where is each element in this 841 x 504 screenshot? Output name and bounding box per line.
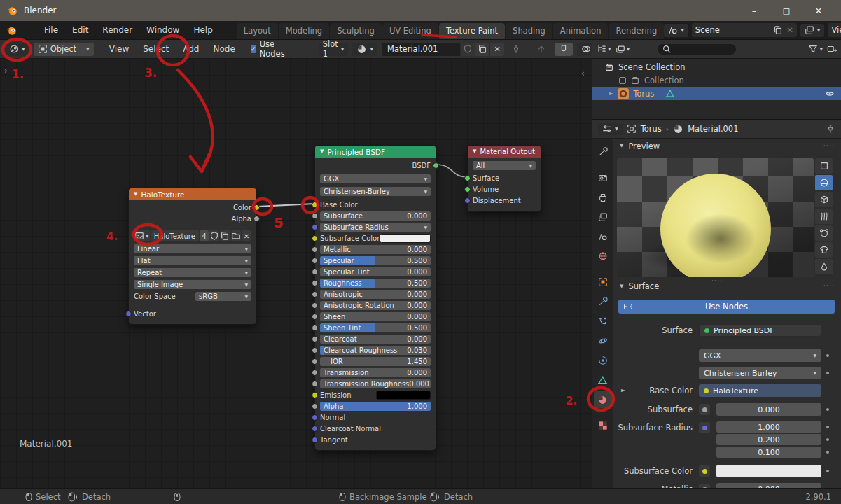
properties-tab-constraints[interactable] (594, 352, 612, 369)
input-socket-displacement[interactable] (464, 197, 471, 204)
view-layer-name-field[interactable]: View Layer ✕ (828, 23, 841, 37)
view-layer-selector-button[interactable]: ▼ (800, 24, 825, 37)
principled-ior-field[interactable]: IOR1.450 (320, 357, 431, 366)
properties-tab-particles[interactable] (594, 313, 612, 330)
collapse-triangle-icon[interactable]: ▼ (620, 144, 623, 148)
input-socket-subsurface[interactable] (312, 213, 318, 219)
properties-tab-physics[interactable] (594, 332, 612, 349)
workspace-tab-texture-paint[interactable]: Texture Paint (439, 23, 505, 39)
pin-icon[interactable] (826, 124, 835, 134)
principled-subsurface-field[interactable]: Subsurface0.000 (320, 211, 431, 220)
input-socket-clearcoat-roughness[interactable] (312, 347, 318, 354)
outliner-filter-button[interactable]: ▼ (808, 44, 823, 54)
new-image-icon[interactable] (220, 230, 230, 241)
principled-subsurface-color-swatch[interactable] (380, 234, 431, 243)
snap-button[interactable] (555, 43, 573, 56)
maximize-button[interactable]: ◻ (770, 0, 802, 21)
new-scene-icon[interactable] (773, 25, 783, 35)
fake-user-shield-icon[interactable] (460, 43, 475, 56)
input-socket-vector[interactable] (125, 311, 132, 317)
subsurface-socket-button[interactable] (699, 404, 710, 415)
unlink-material-icon[interactable]: ✕ (489, 43, 504, 56)
visibility-eye-icon[interactable] (825, 89, 835, 99)
menu-file[interactable]: File (37, 25, 65, 35)
outliner-item-collection[interactable]: Collection (592, 74, 841, 87)
animate-dot[interactable] (826, 451, 829, 454)
outliner-search-input[interactable] (658, 44, 736, 55)
subsurface-method-dropdown[interactable]: Christensen-Burley▼ (320, 187, 431, 196)
properties-tab-texture[interactable] (594, 417, 612, 434)
outliner-filter-type-button[interactable]: ▼ (616, 44, 630, 54)
principled-alpha-slider[interactable]: Alpha1.000 (320, 402, 431, 411)
input-socket-subsurface-radius[interactable] (312, 224, 318, 230)
halotexture-flat-dropdown[interactable]: Flat▼ (134, 256, 251, 265)
node-canvas[interactable]: › ‹ Material.001 (0, 59, 592, 488)
workspace-tab-layout[interactable]: Layout (237, 23, 278, 39)
properties-tab-view-layer[interactable] (594, 209, 612, 225)
preview-type-hair-button[interactable] (815, 209, 833, 224)
unlink-image-icon[interactable]: ✕ (242, 230, 251, 241)
animate-dot[interactable] (826, 438, 829, 441)
material-name-field[interactable]: Material.001 (382, 43, 460, 56)
properties-tab-scene[interactable] (594, 228, 612, 245)
outliner-display-mode-button[interactable]: ▼ (597, 44, 611, 54)
properties-tab-tool[interactable] (594, 144, 612, 160)
breadcrumb-object[interactable]: Torus (641, 124, 662, 134)
collapse-triangle-icon[interactable]: ▼ (134, 192, 137, 197)
principled-metallic-field[interactable]: Metallic0.000 (320, 245, 431, 254)
input-socket-ior[interactable] (312, 358, 318, 365)
principled-specular-tint-field[interactable]: Specular Tint0.000 (320, 267, 431, 276)
parent-node-tree-icon[interactable] (536, 44, 546, 54)
use-nodes-button[interactable]: Use Nodes (618, 300, 835, 314)
node-halotexture-header[interactable]: ▼ HaloTexture (129, 188, 256, 200)
node-material-output-header[interactable]: ▼ Material Output (468, 146, 541, 158)
input-socket-volume[interactable] (464, 186, 471, 192)
halotexture-repeat-dropdown[interactable]: Repeat▼ (134, 268, 251, 277)
output-socket-bsdf[interactable] (433, 162, 439, 169)
node-material-output[interactable]: ▼ Material Output All▼ SurfaceVolumeDisp… (467, 145, 541, 212)
input-socket-subsurface-color[interactable] (312, 235, 318, 241)
panel-grip[interactable]: :::: (823, 283, 835, 290)
workspace-tab-modeling[interactable]: Modeling (279, 23, 329, 39)
scene-name-field[interactable]: Scene ✕ (692, 23, 797, 37)
input-socket-anisotropic[interactable] (312, 291, 318, 298)
principled-anisotropic-field[interactable]: Anisotropic0.000 (320, 290, 431, 299)
subsurface-value-field[interactable]: 0.000 (716, 403, 821, 416)
menu-window[interactable]: Window (139, 25, 186, 35)
base-color-field[interactable]: HaloTexture (699, 384, 821, 397)
input-socket-specular-tint[interactable] (312, 269, 318, 275)
workspace-tab-uv-editing[interactable]: UV Editing (382, 23, 438, 39)
properties-tab-material[interactable] (594, 391, 612, 408)
principled-transmission-roughness-field[interactable]: Transmission Roughness0.000 (320, 379, 431, 388)
input-socket-emission[interactable] (312, 392, 318, 398)
close-button[interactable]: ✕ (802, 0, 835, 21)
collapse-triangle-icon[interactable]: ▼ (620, 284, 623, 289)
node-principled-header[interactable]: ▼ Principled BSDF (315, 146, 436, 158)
radius-x-field[interactable]: 1.000 (716, 421, 821, 433)
preview-type-shaderball-button[interactable] (815, 225, 833, 241)
input-socket-transmission[interactable] (312, 370, 318, 376)
principled-emission-swatch[interactable] (376, 391, 431, 400)
color-space-dropdown[interactable]: sRGB▼ (195, 292, 251, 301)
properties-display-button[interactable]: ▼ (598, 122, 623, 135)
radius-y-field[interactable]: 0.200 (716, 434, 821, 445)
properties-tab-modifiers[interactable] (594, 293, 612, 310)
unlink-scene-icon[interactable]: ✕ (786, 25, 793, 35)
radius-socket-button[interactable] (699, 422, 710, 433)
halotexture-single-image-dropdown[interactable]: Single Image▼ (134, 280, 251, 289)
principled-specular-slider[interactable]: Specular0.500 (320, 256, 431, 265)
collapse-triangle-icon[interactable]: ▼ (473, 149, 476, 154)
properties-tab-object-data[interactable] (594, 372, 612, 388)
animate-dot[interactable] (826, 372, 829, 374)
breadcrumb-material[interactable]: Material.001 (688, 124, 738, 134)
preview-type-cloth-button[interactable] (815, 242, 833, 258)
output-socket-color[interactable] (253, 204, 260, 211)
shader-menu-select[interactable]: Select (136, 44, 176, 54)
output-target-dropdown[interactable]: All▼ (473, 161, 536, 170)
surface-panel-header[interactable]: ▼ Surface :::: (613, 279, 841, 293)
metallic-value-field[interactable]: 0.000 (716, 483, 821, 488)
minimize-button[interactable]: – (738, 0, 770, 21)
collapse-triangle-icon[interactable]: ▼ (320, 149, 324, 154)
preview-type-sphere-button[interactable] (815, 175, 833, 190)
shader-menu-add[interactable]: Add (176, 44, 206, 54)
